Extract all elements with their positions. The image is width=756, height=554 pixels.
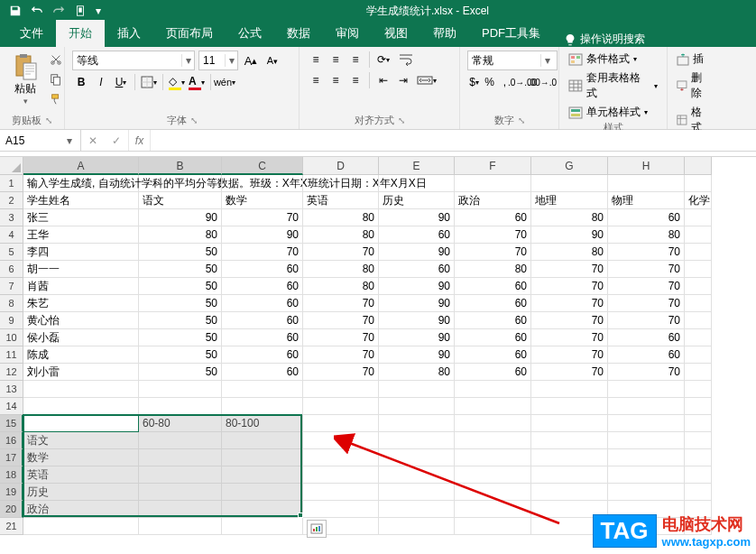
cell[interactable]: 90 — [379, 209, 455, 226]
cell[interactable] — [379, 449, 455, 466]
cell[interactable] — [222, 518, 303, 535]
accounting-format-icon[interactable]: $▾ — [467, 73, 481, 91]
col-header-A[interactable]: A — [23, 157, 139, 175]
cell[interactable]: 60-80 — [139, 415, 222, 432]
cell[interactable] — [531, 432, 608, 449]
cell[interactable]: 陈成 — [23, 346, 139, 364]
cell[interactable]: 刘小雷 — [23, 364, 139, 381]
cell[interactable]: 70 — [531, 329, 608, 346]
chevron-down-icon[interactable]: ▾ — [225, 54, 237, 67]
cell[interactable] — [222, 466, 303, 484]
row-header-13[interactable]: 13 — [0, 381, 23, 398]
cell[interactable]: 侯小磊 — [23, 329, 139, 346]
cell[interactable]: 黄心怡 — [23, 312, 139, 329]
quick-analysis-icon[interactable] — [307, 520, 327, 538]
cell[interactable]: 60 — [455, 346, 531, 364]
cell[interactable]: 80 — [608, 226, 685, 244]
cell[interactable] — [685, 244, 712, 261]
cell[interactable] — [608, 381, 685, 398]
cell[interactable]: 王华 — [23, 226, 139, 244]
cell[interactable]: 数学 — [23, 449, 139, 466]
name-box[interactable]: ▾ — [0, 130, 81, 151]
alignment-launcher-icon[interactable]: ⤡ — [398, 115, 405, 125]
copy-icon[interactable] — [47, 70, 65, 88]
cell[interactable] — [303, 415, 379, 432]
cell[interactable]: 80-100 — [222, 415, 303, 432]
merge-center-icon[interactable]: ▾ — [414, 71, 439, 89]
cell[interactable] — [222, 175, 303, 192]
cell[interactable] — [685, 432, 712, 449]
row-header-20[interactable]: 20 — [0, 501, 23, 518]
cell[interactable]: 70 — [303, 329, 379, 346]
cell[interactable] — [455, 484, 531, 501]
table-format-button[interactable]: 套用表格格式▾ — [567, 69, 659, 102]
cell[interactable] — [455, 449, 531, 466]
cell[interactable]: 70 — [303, 295, 379, 312]
cell[interactable] — [531, 415, 608, 432]
cell[interactable] — [379, 484, 455, 501]
cell[interactable]: 李四 — [23, 244, 139, 261]
cancel-icon[interactable]: ✕ — [81, 134, 105, 147]
col-header-B[interactable]: B — [139, 157, 222, 175]
format-painter-icon[interactable] — [47, 90, 65, 108]
cell[interactable]: 70 — [531, 312, 608, 329]
cell[interactable]: 60 — [222, 278, 303, 295]
cell[interactable]: 70 — [531, 261, 608, 278]
cell[interactable]: 历史 — [23, 484, 139, 501]
cell[interactable] — [23, 415, 139, 432]
cell[interactable]: 90 — [379, 244, 455, 261]
cell[interactable] — [531, 398, 608, 415]
tab-help[interactable]: 帮助 — [420, 20, 469, 47]
cell[interactable] — [531, 381, 608, 398]
cell[interactable]: 90 — [379, 312, 455, 329]
cell[interactable]: 50 — [139, 295, 222, 312]
chevron-down-icon[interactable]: ▾ — [181, 54, 194, 67]
cell[interactable] — [139, 501, 222, 518]
align-top-icon[interactable]: ≡ — [307, 51, 325, 69]
cell[interactable]: 90 — [222, 226, 303, 244]
row-header-7[interactable]: 7 — [0, 278, 23, 295]
cell[interactable]: 90 — [379, 278, 455, 295]
cell[interactable] — [303, 432, 379, 449]
align-center-icon[interactable]: ≡ — [327, 71, 345, 89]
cell[interactable]: 英语 — [303, 192, 379, 209]
row-header-1[interactable]: 1 — [0, 175, 23, 192]
cell[interactable] — [455, 501, 531, 518]
cell[interactable]: 70 — [303, 312, 379, 329]
touch-mode-icon[interactable] — [70, 2, 90, 20]
cell[interactable] — [139, 449, 222, 466]
formula-input[interactable] — [151, 130, 756, 151]
cell[interactable]: 60 — [222, 364, 303, 381]
cell[interactable] — [222, 398, 303, 415]
cell[interactable] — [222, 381, 303, 398]
spreadsheet-grid[interactable]: ABCDEFGH 1234567891011121314151617181920… — [0, 157, 756, 535]
align-middle-icon[interactable]: ≡ — [327, 51, 345, 69]
cell[interactable] — [303, 449, 379, 466]
cell[interactable]: 60 — [222, 329, 303, 346]
cell[interactable]: 政治 — [455, 192, 531, 209]
cell[interactable] — [139, 381, 222, 398]
row-header-9[interactable]: 9 — [0, 312, 23, 329]
cell[interactable]: 70 — [608, 278, 685, 295]
font-launcher-icon[interactable]: ⤡ — [190, 115, 198, 125]
row-header-19[interactable]: 19 — [0, 484, 23, 501]
tab-view[interactable]: 视图 — [372, 20, 420, 47]
cell[interactable] — [303, 381, 379, 398]
orientation-icon[interactable]: ⟳▾ — [374, 51, 392, 69]
cell[interactable] — [222, 449, 303, 466]
cell[interactable] — [531, 449, 608, 466]
cell-style-button[interactable]: 单元格样式▾ — [567, 104, 659, 121]
font-size-combo[interactable]: ▾ — [198, 51, 238, 70]
cell[interactable]: 80 — [303, 226, 379, 244]
cell[interactable]: 60 — [455, 312, 531, 329]
cell[interactable] — [379, 415, 455, 432]
cell[interactable]: 60 — [455, 364, 531, 381]
row-header-14[interactable]: 14 — [0, 398, 23, 415]
cell[interactable]: 60 — [608, 346, 685, 364]
cell[interactable] — [531, 484, 608, 501]
cell[interactable] — [685, 278, 712, 295]
row-header-17[interactable]: 17 — [0, 449, 23, 466]
cell[interactable]: 70 — [455, 226, 531, 244]
underline-icon[interactable]: U▾ — [112, 73, 130, 91]
cell[interactable]: 60 — [455, 295, 531, 312]
